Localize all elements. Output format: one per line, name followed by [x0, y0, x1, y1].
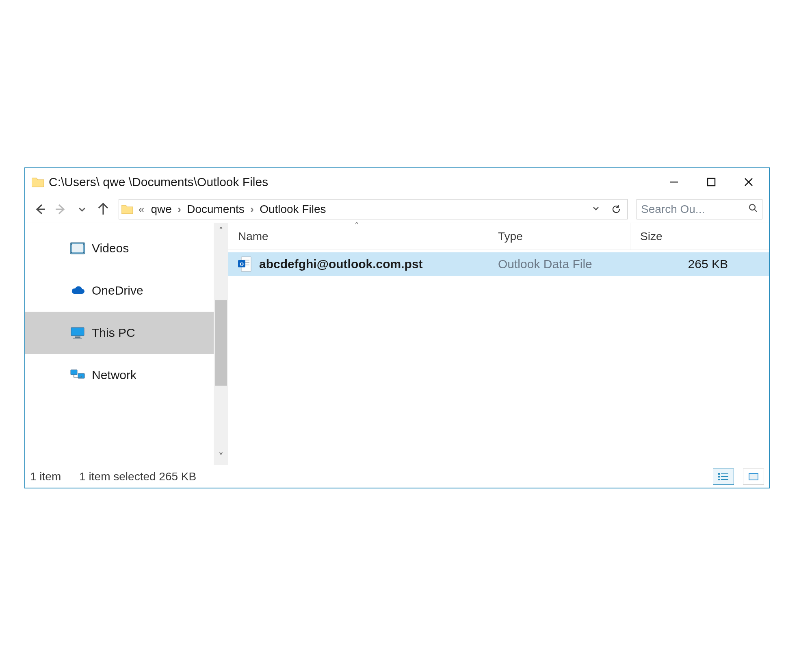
minimize-button[interactable] [657, 171, 691, 193]
svg-rect-12 [71, 252, 72, 253]
window-controls [657, 171, 766, 193]
column-header-label: Name [238, 230, 269, 243]
file-name: abcdefghi@outlook.com.pst [259, 257, 423, 271]
details-view-button[interactable] [713, 469, 734, 485]
status-item-count: 1 item [30, 470, 61, 483]
svg-rect-30 [718, 479, 720, 480]
svg-rect-14 [83, 252, 84, 253]
svg-text:O: O [240, 261, 244, 267]
sort-indicator-icon: ˄ [354, 221, 359, 232]
breadcrumb-item[interactable]: qwe [149, 203, 173, 216]
svg-rect-16 [75, 336, 80, 338]
file-list: ˄ Name Type Size [228, 223, 769, 465]
breadcrumb-item[interactable]: Documents [185, 203, 246, 216]
column-header-size[interactable]: Size [630, 223, 736, 250]
outlook-pst-icon: O [238, 256, 252, 272]
sidebar-item-onedrive[interactable]: OneDrive [25, 269, 228, 312]
sidebar-item-label: This PC [92, 326, 135, 340]
search-icon [748, 203, 758, 216]
svg-rect-10 [72, 244, 83, 252]
recent-locations-button[interactable] [74, 201, 90, 217]
svg-rect-28 [718, 476, 720, 477]
status-selection: 1 item selected 265 KB [79, 470, 196, 483]
column-header-label: Type [498, 230, 523, 243]
file-explorer-window: C:\Users\ qwe \Documents\Outlook Files [24, 167, 770, 488]
column-header-label: Size [640, 230, 662, 243]
file-size: 265 KB [688, 257, 728, 271]
chevron-right-icon: › [249, 203, 255, 216]
svg-rect-11 [71, 243, 72, 245]
scrollbar-thumb[interactable] [215, 300, 227, 386]
network-icon [70, 369, 85, 382]
breadcrumb-overflow[interactable]: « [137, 203, 146, 216]
sidebar-item-label: Network [92, 368, 136, 382]
address-dropdown-button[interactable] [588, 204, 604, 215]
maximize-button[interactable] [694, 171, 728, 193]
scroll-up-icon[interactable]: ˄ [219, 226, 223, 237]
file-row[interactable]: O abcdefghi@outlook.com.pst Outlook Data… [228, 252, 769, 276]
column-headers: ˄ Name Type Size [228, 223, 769, 250]
up-button[interactable] [95, 201, 111, 217]
sidebar-item-videos[interactable]: Videos [25, 227, 228, 269]
navigation-bar: « qwe › Documents › Outlook Files Search… [25, 196, 769, 223]
sidebar-item-label: Videos [92, 241, 129, 255]
svg-rect-1 [708, 178, 715, 186]
address-bar[interactable]: « qwe › Documents › Outlook Files [119, 199, 628, 219]
svg-rect-26 [718, 473, 720, 475]
svg-rect-17 [73, 338, 82, 339]
status-bar: 1 item 1 item selected 265 KB [25, 465, 769, 488]
folder-icon [32, 176, 45, 188]
window-title: C:\Users\ qwe \Documents\Outlook Files [49, 175, 653, 189]
svg-rect-18 [71, 370, 77, 375]
folder-icon [121, 204, 134, 215]
svg-rect-13 [83, 243, 84, 245]
search-placeholder: Search Ou... [641, 203, 745, 216]
svg-rect-15 [71, 328, 84, 336]
videos-icon [70, 242, 85, 255]
refresh-button[interactable] [607, 200, 625, 219]
search-input[interactable]: Search Ou... [637, 199, 762, 219]
thumbnails-view-button[interactable] [743, 469, 764, 485]
scroll-down-icon[interactable]: ˅ [219, 451, 223, 462]
this-pc-icon [70, 326, 85, 339]
svg-point-7 [749, 204, 755, 210]
sidebar-scrollbar[interactable]: ˄ ˅ [214, 223, 228, 465]
svg-rect-33 [749, 474, 758, 480]
back-button[interactable] [32, 201, 48, 217]
sidebar-item-this-pc[interactable]: This PC [25, 312, 228, 354]
explorer-body: Videos OneDrive This PC Network [25, 223, 769, 465]
sidebar-item-label: OneDrive [92, 284, 143, 297]
forward-button[interactable] [53, 201, 69, 217]
status-divider [70, 469, 70, 484]
file-type: Outlook Data File [498, 257, 592, 271]
navigation-pane: Videos OneDrive This PC Network [25, 223, 228, 465]
svg-line-8 [754, 209, 757, 212]
titlebar: C:\Users\ qwe \Documents\Outlook Files [25, 168, 769, 196]
close-button[interactable] [732, 171, 766, 193]
column-header-type[interactable]: Type [488, 223, 630, 250]
onedrive-icon [70, 284, 85, 297]
sidebar-item-network[interactable]: Network [25, 354, 228, 396]
chevron-right-icon: › [177, 203, 182, 216]
breadcrumb-item[interactable]: Outlook Files [258, 203, 327, 216]
